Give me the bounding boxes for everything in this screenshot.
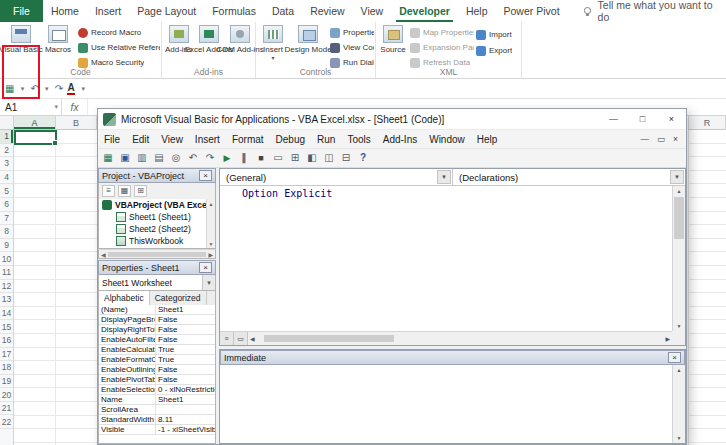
project-vertical-scrollbar[interactable]: [206, 199, 215, 248]
project-tree-item[interactable]: ThisWorkbook: [99, 235, 206, 247]
property-row[interactable]: EnableAutoFilterFalse: [99, 335, 215, 345]
help-icon[interactable]: ?: [357, 153, 369, 163]
tab-help[interactable]: Help: [458, 0, 496, 22]
mdi-restore-button[interactable]: ▭: [657, 134, 665, 144]
view-code-button[interactable]: View Code: [330, 41, 374, 54]
property-row[interactable]: StandardWidth8.11: [99, 415, 215, 425]
scroll-right-icon[interactable]: [208, 251, 213, 258]
property-row[interactable]: (Name)Sheet1: [99, 305, 215, 315]
scrollbar-thumb[interactable]: [264, 335, 394, 342]
property-value[interactable]: [156, 405, 215, 414]
paste-icon[interactable]: ▤: [153, 153, 165, 163]
property-value[interactable]: True: [156, 345, 215, 354]
code-editor-area[interactable]: Option Explicit: [220, 186, 672, 331]
procedure-view-button[interactable]: ≡: [220, 332, 234, 345]
property-value[interactable]: True: [156, 355, 215, 364]
property-value[interactable]: Sheet1: [156, 395, 215, 404]
caret-down-icon[interactable]: ▾: [18, 85, 26, 92]
menu-format[interactable]: Format: [226, 130, 270, 148]
import-button[interactable]: Import: [476, 28, 520, 41]
menu-file[interactable]: File: [98, 130, 126, 148]
scroll-up-icon[interactable]: [207, 199, 215, 208]
name-box-caret-icon[interactable]: [54, 103, 58, 111]
menu-run[interactable]: Run: [311, 130, 341, 148]
redo-icon[interactable]: ↷: [55, 84, 63, 94]
font-color-icon[interactable]: A: [67, 83, 75, 95]
menu-edit[interactable]: Edit: [126, 130, 155, 148]
properties-button[interactable]: Properties: [330, 26, 374, 39]
tab-page-layout[interactable]: Page Layout: [129, 0, 204, 22]
row-header-16[interactable]: 16: [0, 334, 13, 348]
tab-data[interactable]: Data: [264, 0, 302, 22]
tab-insert[interactable]: Insert: [87, 0, 129, 22]
macros-button[interactable]: Macros: [42, 25, 74, 54]
toolbox-icon[interactable]: ⊟: [340, 153, 352, 163]
caret-down-icon[interactable]: ▾: [79, 85, 87, 92]
scroll-up-icon[interactable]: [673, 186, 685, 196]
tab-file[interactable]: File: [0, 0, 43, 22]
select-all-corner[interactable]: [0, 116, 14, 130]
row-header-7[interactable]: 7: [0, 212, 13, 226]
scroll-up-icon[interactable]: [673, 365, 685, 375]
project-horizontal-scrollbar[interactable]: [98, 249, 216, 259]
tab-review[interactable]: Review: [302, 0, 352, 22]
row-header-9[interactable]: 9: [0, 239, 13, 253]
property-row[interactable]: EnableFormatCondiTrue: [99, 355, 215, 365]
property-value[interactable]: -1 - xlSheetVisible: [156, 425, 215, 434]
scroll-left-icon[interactable]: ◀: [250, 335, 255, 342]
immediate-vertical-scrollbar[interactable]: [672, 365, 685, 443]
expansion-packs-button[interactable]: Expansion Packs: [410, 41, 474, 54]
fx-icon[interactable]: fx: [62, 99, 88, 115]
procedure-dropdown-caret-icon[interactable]: [670, 170, 684, 184]
export-button[interactable]: Export: [476, 44, 520, 57]
scroll-down-icon[interactable]: [673, 433, 685, 443]
property-row[interactable]: EnableCalculationTrue: [99, 345, 215, 355]
row-header-11[interactable]: 11: [0, 266, 13, 280]
immediate-input-area[interactable]: [220, 365, 672, 443]
row-header-10[interactable]: 10: [0, 252, 13, 266]
property-value[interactable]: False: [156, 375, 215, 384]
properties-window-icon[interactable]: ◧: [306, 153, 318, 163]
immediate-close-button[interactable]: ×: [668, 352, 681, 363]
copy-icon[interactable]: ▥: [136, 153, 148, 163]
reset-icon[interactable]: ■: [255, 154, 267, 163]
run-icon[interactable]: ▶: [221, 154, 233, 163]
properties-tab-categorized[interactable]: Categorized: [150, 291, 207, 305]
property-row[interactable]: DisplayRightToLeftFalse: [99, 325, 215, 335]
property-value[interactable]: False: [156, 365, 215, 374]
close-button[interactable]: ×: [657, 109, 686, 129]
scroll-right-icon[interactable]: ▶: [665, 335, 670, 342]
procedure-dropdown[interactable]: (Declarations): [453, 169, 685, 185]
properties-close-button[interactable]: ×: [199, 262, 212, 273]
tab-formulas[interactable]: Formulas: [204, 0, 264, 22]
scroll-down-icon[interactable]: [673, 321, 685, 331]
property-row[interactable]: EnableOutliningFalse: [99, 365, 215, 375]
menu-debug[interactable]: Debug: [270, 130, 311, 148]
row-header-19[interactable]: 19: [0, 375, 13, 389]
property-value[interactable]: False: [156, 325, 215, 334]
immediate-window-header[interactable]: Immediate ×: [220, 350, 685, 365]
name-box[interactable]: A1: [0, 99, 62, 115]
design-mode-button[interactable]: Design Mode: [289, 25, 327, 54]
caret-down-icon[interactable]: ▾: [43, 85, 51, 92]
scrollbar-thumb[interactable]: [674, 197, 684, 239]
design-mode-icon[interactable]: ▭: [272, 153, 284, 163]
visual-basic-button[interactable]: Visual Basic: [4, 25, 38, 54]
row-header-6[interactable]: 6: [0, 198, 13, 212]
menu-insert[interactable]: Insert: [189, 130, 226, 148]
project-explorer-icon[interactable]: ⊞: [289, 153, 301, 163]
row-header-2[interactable]: 2: [0, 144, 13, 158]
row-header-5[interactable]: 5: [0, 184, 13, 198]
row-header-22[interactable]: 22: [0, 415, 13, 429]
property-row[interactable]: EnableSelection0 - xlNoRestriction: [99, 385, 215, 395]
minimize-button[interactable]: —: [599, 109, 628, 129]
tell-me-box[interactable]: Tell me what you want to do: [582, 0, 726, 22]
project-tree-item[interactable]: Sheet1 (Sheet1): [99, 211, 206, 223]
row-header-3[interactable]: 3: [0, 157, 13, 171]
object-dropdown[interactable]: (General): [220, 169, 453, 185]
property-row[interactable]: Visible-1 - xlSheetVisible: [99, 425, 215, 435]
object-browser-icon[interactable]: ◫: [323, 153, 335, 163]
find-icon[interactable]: ◎: [170, 153, 182, 163]
view-object-icon[interactable]: ▦: [118, 185, 131, 197]
menu-help[interactable]: Help: [471, 130, 504, 148]
